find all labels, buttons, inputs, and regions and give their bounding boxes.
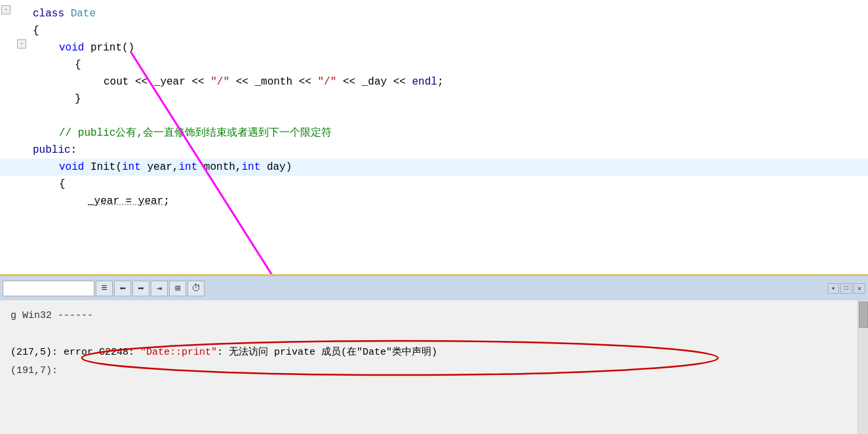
code-line-9: public:	[0, 142, 868, 159]
toolbar-left: ≡ ⬅ ➡ ⇥ ⊞ ⏱	[3, 281, 205, 296]
output-text-4: (191,7):	[10, 365, 58, 376]
init-func: Init(	[84, 161, 122, 173]
keyword-public: public	[33, 144, 71, 156]
code-content-1: class Date	[30, 5, 868, 22]
brace-open-1: {	[33, 25, 39, 37]
output-area: g Win32 ------ (217,5): error C2248: "Da…	[0, 300, 868, 431]
scrollbar-thumb[interactable]	[859, 302, 868, 328]
brace-close-1: }	[75, 93, 81, 105]
param-month: month,	[197, 161, 241, 173]
param-year: year,	[141, 161, 179, 173]
colon-1: :	[71, 144, 77, 156]
output-line-1: g Win32 ------	[10, 307, 858, 325]
win-btn-dropdown[interactable]: ▾	[827, 283, 839, 294]
toolbar-btn-grid[interactable]: ⊞	[169, 281, 186, 296]
code-line-2: {	[0, 22, 868, 39]
keyword-int-1: int	[122, 161, 141, 173]
brace-open-3: {	[59, 178, 66, 190]
toolbar-dropdown[interactable]	[3, 281, 94, 296]
code-line-11: {	[0, 176, 868, 193]
cout-day: << _day <<	[336, 76, 412, 88]
code-line-5: cout << _year << "/" << _month << "/" <<…	[0, 73, 868, 90]
scrollbar[interactable]	[858, 300, 868, 434]
error-desc: : 无法访问 private 成员(在"Date"类中声明)	[217, 347, 437, 358]
toolbar-btn-align-right[interactable]: ➡	[132, 281, 149, 296]
code-content-7	[30, 108, 868, 125]
code-content-12: _year = year;	[30, 193, 868, 210]
cout-month: << _month <<	[229, 76, 317, 88]
keyword-void-2: void	[59, 161, 84, 173]
output-text-3: (217,5): error C2248: "Date::print": 无法访…	[10, 347, 437, 358]
code-content-2: {	[30, 22, 868, 39]
output-line-4: (191,7):	[10, 362, 858, 380]
win-btn-close[interactable]: ✕	[854, 283, 865, 294]
output-line-2	[10, 325, 858, 344]
code-line-10: void Init(int year,int month,int day)	[0, 159, 868, 176]
toolbar-btn-clock[interactable]: ⏱	[187, 281, 205, 296]
window-controls: ▾ □ ✕	[827, 283, 865, 294]
code-content-6: }	[30, 90, 868, 108]
code-line-12: _year = year;	[0, 193, 868, 210]
code-line-8: // public公有,会一直修饰到结束或者遇到下一个限定符	[0, 125, 868, 142]
code-content-3: void print()	[30, 39, 868, 56]
code-line-6: }	[0, 90, 868, 108]
toolbar-btn-indent[interactable]: ⇥	[151, 281, 168, 296]
code-content-8: // public公有,会一直修饰到结束或者遇到下一个限定符	[30, 125, 868, 142]
code-editor: - class Date { - void print() {	[0, 0, 868, 275]
gutter-1: -	[0, 5, 30, 14]
bottom-toolbar: ≡ ⬅ ➡ ⇥ ⊞ ⏱ ▾ □ ✕	[0, 275, 868, 300]
keyword-int-2: int	[178, 161, 197, 173]
code-line-7	[0, 108, 868, 125]
code-content-4: {	[30, 56, 868, 73]
cout-statement: cout << _year <<	[104, 76, 210, 88]
collapse-btn-3[interactable]: -	[17, 39, 26, 49]
space-1: print()	[84, 42, 134, 54]
comment-public: // public公有,会一直修饰到结束或者遇到下一个限定符	[59, 127, 332, 139]
code-content-5: cout << _year << "/" << _month << "/" <<…	[30, 73, 868, 90]
gutter-3: -	[0, 39, 30, 49]
brace-open-2: {	[75, 59, 81, 71]
toolbar-btn-align-center[interactable]: ⬅	[114, 281, 131, 296]
keyword-endl: endl	[412, 76, 437, 88]
semicolon-1: ;	[437, 76, 444, 88]
toolbar-btn-align-left[interactable]: ≡	[96, 281, 113, 296]
bottom-panel: ≡ ⬅ ➡ ⇥ ⊞ ⏱ ▾ □ ✕ g Win32 ------ (217,5)…	[0, 275, 868, 434]
code-line-3: - void print()	[0, 39, 868, 56]
keyword-class: class	[33, 8, 64, 20]
year-assignment: _year = year;	[88, 195, 170, 207]
classname-date: Date	[71, 8, 96, 20]
string-slash-2: "/"	[317, 76, 336, 88]
code-content-11: {	[30, 176, 868, 193]
collapse-btn-1[interactable]: -	[1, 5, 10, 14]
code-content-10: void Init(int year,int month,int day)	[30, 159, 868, 176]
code-content-9: public:	[30, 142, 868, 159]
code-line-1: - class Date	[0, 5, 868, 22]
error-prefix: (217,5): error C2248:	[10, 347, 140, 358]
app-window: - class Date { - void print() {	[0, 0, 868, 434]
keyword-int-3: int	[241, 161, 260, 173]
string-slash-1: "/"	[210, 76, 229, 88]
param-day: day)	[260, 161, 292, 173]
output-text-1: g Win32 ------	[10, 310, 93, 321]
code-line-4: {	[0, 56, 868, 73]
output-line-3: (217,5): error C2248: "Date::print": 无法访…	[10, 344, 858, 362]
error-message-quoted: "Date::print"	[140, 347, 217, 358]
win-btn-maximize[interactable]: □	[840, 283, 852, 294]
keyword-void-1: void	[59, 42, 84, 54]
